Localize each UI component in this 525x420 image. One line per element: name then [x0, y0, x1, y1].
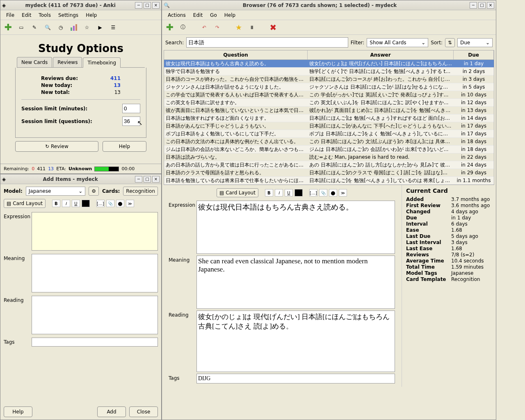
help-button[interactable]: Help [103, 141, 146, 152]
close-button[interactable]: × [487, 2, 494, 9]
maximize-button[interactable]: □ [478, 2, 486, 9]
color-button[interactable] [294, 189, 303, 196]
table-row[interactable]: 日本語は勉強すればするほど面白くなります。日本語[にほんご]は 勉強[べんきょう… [164, 114, 494, 122]
add-button[interactable]: Add [97, 406, 126, 417]
add-icon[interactable]: ✚ [165, 23, 174, 32]
tags-field[interactable]: DIJG [196, 374, 395, 383]
search-icon[interactable]: 🔍 [43, 23, 52, 32]
redo-icon[interactable]: ↷ [213, 23, 222, 32]
italic-button[interactable]: I [275, 189, 283, 196]
table-row[interactable]: 独学で日本語を勉強する独学[どくがく]で 日本語[にほんご]を 勉強[べんきょう… [164, 68, 494, 75]
cloze-button[interactable]: […] [309, 189, 317, 196]
cards-button[interactable]: Recognition [123, 187, 158, 196]
delete-icon[interactable]: ✖ [269, 23, 278, 32]
undo-icon[interactable]: ↶ [200, 23, 209, 32]
maximize-button[interactable]: □ [144, 2, 151, 9]
table-row[interactable]: 日本語のクラスで母国語を話すと怒られる。日本語[にほんご]のクラスで 母国[ぼこ… [164, 169, 494, 177]
underline-button[interactable]: U [285, 189, 293, 196]
info-icon[interactable]: ⓘ [178, 23, 187, 32]
cloze-button[interactable]: […] [96, 200, 105, 207]
browser-titlebar[interactable]: 🔍 Browser (76 of 7673 cards shown; 1 sel… [162, 0, 496, 10]
meaning-field[interactable]: She can read even classical Japanese, no… [196, 256, 395, 309]
tab-new-cards[interactable]: New Cards [17, 57, 52, 67]
table-row[interactable]: 彼が真面目に日本語を勉強していないということは本気で日本で仕事…彼[かれ]が 真… [164, 107, 494, 114]
help-button[interactable]: Help [4, 406, 32, 417]
maximize-button[interactable]: □ [144, 176, 151, 183]
record-button[interactable]: ⬤ [116, 200, 124, 207]
menu-tools[interactable]: Tools [35, 11, 54, 19]
review-button[interactable]: ↻Review [15, 141, 98, 152]
table-row[interactable]: あの日本語の話し方から見て彼は日本に行ったことがあるに違いない。…あの 日本語[… [164, 161, 494, 169]
tags-field[interactable] [32, 338, 158, 347]
menu-edit[interactable]: Edit [190, 11, 206, 19]
info-row: Model TagsJapanese [406, 270, 492, 276]
add-titlebar[interactable]: ◈ Add Items - mydeck − □ × [0, 174, 161, 184]
menu-help[interactable]: Help [82, 11, 100, 19]
tab-timeboxing[interactable]: Timeboxing [83, 57, 121, 68]
session-limit-q-input[interactable] [122, 116, 140, 126]
close-button[interactable]: × [152, 176, 160, 183]
session-limit-min-input[interactable] [122, 104, 140, 113]
attach-button[interactable]: 📎 [319, 189, 327, 196]
menu-go[interactable]: Go [207, 11, 220, 19]
study-titlebar[interactable]: ◈ mydeck (411 of 7673 due) - Anki − □ × [0, 0, 161, 10]
table-row[interactable]: この日本語の文法の本には具体的な例がたくさん出ている。この 日本語[にほんご]の… [164, 138, 494, 146]
minimize-button[interactable]: − [135, 2, 142, 9]
table-row[interactable]: ジムは日本語の会話が出来ないどころか、簡単なあいさつも出来ない。ジムは 日本語[… [164, 146, 494, 153]
record-button[interactable]: ⬤ [329, 189, 337, 196]
attach-button[interactable]: 📎 [106, 200, 114, 207]
table-row[interactable]: ジャクソンさんは日本語が話せるようになりました。ジャクソンさんは 日本語[にほん… [164, 83, 494, 91]
card-layout-button[interactable]: ▤ Card Layout [4, 199, 46, 208]
more-button[interactable]: ≫ [339, 189, 347, 196]
italic-button[interactable]: I [62, 200, 70, 207]
pause-icon[interactable]: ⏸ [247, 23, 256, 32]
table-row[interactable]: ボブは日本語をよく勉強しているにしては下手だ。ボブは 日本語[にほんご]をよく … [164, 130, 494, 138]
menu-actions[interactable]: Actions [164, 11, 189, 19]
stats-icon[interactable] [69, 23, 78, 32]
star-icon[interactable]: ★ [234, 23, 243, 32]
bold-button[interactable]: B [52, 200, 60, 207]
play-icon[interactable]: ▶ [96, 23, 105, 32]
table-row[interactable]: この英文を日本語に訳せますか。この 英文[えいぶん]を 日本語[にほんご]に 訳… [164, 99, 494, 107]
col-answer[interactable]: Answer [308, 50, 454, 59]
table-row[interactable]: 日本語は読みづらいな。読む=よむ Man, Japanese is hard t… [164, 153, 494, 161]
reading-field[interactable] [32, 296, 158, 334]
minimize-button[interactable]: − [135, 176, 142, 183]
meaning-field[interactable] [32, 254, 158, 292]
gear-button[interactable]: ⚙ [89, 187, 99, 196]
sort-combo[interactable]: Due⌄ [457, 38, 493, 47]
bold-button[interactable]: B [265, 189, 273, 196]
underline-button[interactable]: U [72, 200, 80, 207]
menu-file[interactable]: File [3, 11, 18, 19]
more-button[interactable]: ≫ [126, 200, 134, 207]
model-combo[interactable]: Japanese⌄ [26, 187, 85, 196]
menu-help[interactable]: Help [221, 11, 239, 19]
table-row[interactable]: 日本語があんなに下手じゃどうしようもない。日本語[にほんご]があんなに 下手[へ… [164, 122, 494, 130]
menu-settings[interactable]: Settings [55, 11, 82, 19]
cards-icon[interactable]: ▭ [17, 23, 26, 32]
tab-reviews[interactable]: Reviews [53, 57, 82, 67]
reading-field[interactable]: 彼女[かのじょ]は 現代[げんだい] 日本語[にほんご]はもちろん 古典[こてん… [196, 310, 395, 372]
color-button[interactable] [82, 200, 90, 207]
table-row[interactable]: 日本語のコースが終わった。これから自分で日本語の勉強を続けるつ…日本語[にほんご… [164, 75, 494, 83]
col-due[interactable]: Due [454, 50, 494, 59]
table-row[interactable]: この学会では英語で発表する人もいれば日本語で発表する人もいる。この 学会[がっか… [164, 91, 494, 99]
edit-icon[interactable]: ✎ [30, 23, 39, 32]
list-icon[interactable]: ☰ [109, 23, 118, 32]
menu-edit[interactable]: Edit [18, 11, 34, 19]
expression-field[interactable] [32, 212, 158, 251]
close-button[interactable]: × [152, 2, 160, 9]
minimize-button[interactable]: − [470, 2, 477, 9]
filter-combo[interactable]: Show All Cards⌄ [367, 38, 428, 47]
sort-order-button[interactable]: ⇅ [445, 38, 455, 47]
table-row[interactable]: 日本語を勉強しているのは将来日本で仕事をしたいからにほかならな…日本語[にほんご… [164, 177, 494, 185]
search-input[interactable] [186, 37, 348, 48]
timer-icon[interactable]: ◷ [56, 23, 65, 32]
card-layout-button[interactable]: ▤ Card Layout [217, 188, 258, 197]
star-icon[interactable]: ☆ [82, 23, 91, 32]
close-button[interactable]: Close [129, 406, 158, 417]
col-question[interactable]: Question [164, 50, 308, 59]
add-icon[interactable]: ✚ [4, 23, 13, 32]
table-row[interactable]: 彼女は現代日本語はもちろん古典さえ読める。彼女[かのじょ]は 現代[げんだい] … [164, 60, 494, 68]
expression-field[interactable]: 彼女は現代日本語はもちろん古典さえ読める。 [196, 201, 395, 254]
